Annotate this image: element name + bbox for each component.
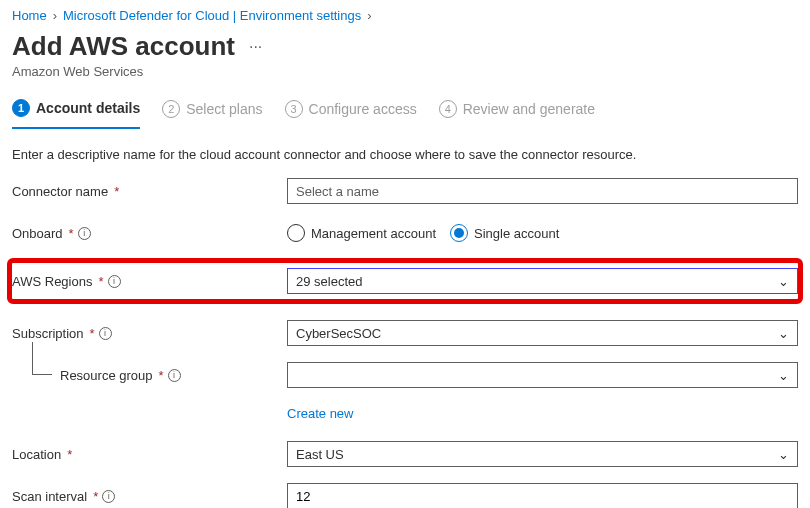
step-number-icon: 4 bbox=[439, 100, 457, 118]
resource-group-label: Resource group bbox=[60, 368, 153, 383]
step-number-icon: 2 bbox=[162, 100, 180, 118]
tab-account-details[interactable]: 1 Account details bbox=[12, 93, 140, 129]
radio-label: Single account bbox=[474, 226, 559, 241]
info-icon[interactable]: i bbox=[108, 275, 121, 288]
aws-regions-label: AWS Regions bbox=[12, 274, 92, 289]
breadcrumb-env-settings[interactable]: Microsoft Defender for Cloud | Environme… bbox=[63, 8, 361, 23]
more-actions-button[interactable]: ··· bbox=[245, 38, 266, 56]
chevron-right-icon: › bbox=[53, 8, 57, 23]
required-asterisk: * bbox=[67, 447, 72, 462]
required-asterisk: * bbox=[93, 489, 98, 504]
location-select[interactable]: East US ⌄ bbox=[287, 441, 798, 467]
info-icon[interactable]: i bbox=[99, 327, 112, 340]
chevron-down-icon: ⌄ bbox=[778, 274, 789, 289]
required-asterisk: * bbox=[114, 184, 119, 199]
tab-label: Configure access bbox=[309, 101, 417, 117]
tab-review-generate[interactable]: 4 Review and generate bbox=[439, 93, 595, 129]
radio-checked-icon bbox=[450, 224, 468, 242]
breadcrumb: Home › Microsoft Defender for Cloud | En… bbox=[12, 8, 798, 23]
tab-label: Review and generate bbox=[463, 101, 595, 117]
required-asterisk: * bbox=[98, 274, 103, 289]
page-title: Add AWS account bbox=[12, 31, 235, 62]
select-value: 29 selected bbox=[296, 274, 363, 289]
scan-interval-label: Scan interval bbox=[12, 489, 87, 504]
connector-name-input[interactable] bbox=[287, 178, 798, 204]
page-subtitle: Amazon Web Services bbox=[12, 64, 798, 79]
info-icon[interactable]: i bbox=[168, 369, 181, 382]
location-label: Location bbox=[12, 447, 61, 462]
onboard-label: Onboard bbox=[12, 226, 63, 241]
tab-configure-access[interactable]: 3 Configure access bbox=[285, 93, 417, 129]
chevron-down-icon: ⌄ bbox=[778, 368, 789, 383]
info-icon[interactable]: i bbox=[78, 227, 91, 240]
scan-interval-input[interactable] bbox=[287, 483, 798, 508]
aws-regions-select[interactable]: 29 selected ⌄ bbox=[287, 268, 798, 294]
select-value: CyberSecSOC bbox=[296, 326, 381, 341]
onboard-radio-single[interactable]: Single account bbox=[450, 224, 559, 242]
radio-unchecked-icon bbox=[287, 224, 305, 242]
wizard-tabs: 1 Account details 2 Select plans 3 Confi… bbox=[12, 93, 798, 129]
chevron-right-icon: › bbox=[367, 8, 371, 23]
required-asterisk: * bbox=[159, 368, 164, 383]
resource-group-select[interactable]: ⌄ bbox=[287, 362, 798, 388]
chevron-down-icon: ⌄ bbox=[778, 447, 789, 462]
radio-label: Management account bbox=[311, 226, 436, 241]
info-icon[interactable]: i bbox=[102, 490, 115, 503]
required-asterisk: * bbox=[90, 326, 95, 341]
create-new-link[interactable]: Create new bbox=[287, 406, 353, 421]
onboard-radio-management[interactable]: Management account bbox=[287, 224, 436, 242]
tab-label: Select plans bbox=[186, 101, 262, 117]
tab-select-plans[interactable]: 2 Select plans bbox=[162, 93, 262, 129]
subscription-select[interactable]: CyberSecSOC ⌄ bbox=[287, 320, 798, 346]
select-value: East US bbox=[296, 447, 344, 462]
subscription-label: Subscription bbox=[12, 326, 84, 341]
tab-label: Account details bbox=[36, 100, 140, 116]
required-asterisk: * bbox=[69, 226, 74, 241]
intro-text: Enter a descriptive name for the cloud a… bbox=[12, 147, 798, 162]
step-number-icon: 1 bbox=[12, 99, 30, 117]
connector-name-label: Connector name bbox=[12, 184, 108, 199]
chevron-down-icon: ⌄ bbox=[778, 326, 789, 341]
breadcrumb-home[interactable]: Home bbox=[12, 8, 47, 23]
step-number-icon: 3 bbox=[285, 100, 303, 118]
